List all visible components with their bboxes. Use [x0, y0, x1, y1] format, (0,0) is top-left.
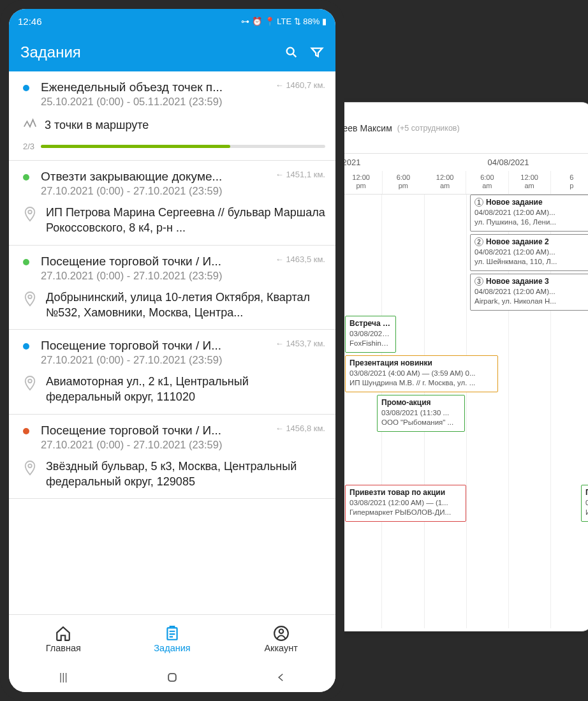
location-pin-icon	[23, 291, 37, 310]
task-location: Добрынинский, улица 10-летия Октября, Кв…	[46, 290, 325, 321]
event-number: 1	[474, 198, 483, 207]
date-label: 04/08/2021	[424, 154, 588, 171]
date-column: 04/08/202112:00am6:00am12:00am6p	[424, 154, 588, 194]
event-title: П	[585, 487, 588, 498]
location-pin-icon	[23, 375, 37, 394]
nav-home[interactable]: Главная	[9, 615, 118, 663]
schedule-event[interactable]: 1Новое задание 04/08/2021 (12:00 AM)... …	[470, 195, 588, 232]
task-location: ИП Петрова Марина Сергеевна // бульвар М…	[46, 205, 325, 236]
task-distance: 1453,7 км.	[276, 339, 325, 348]
status-dot	[23, 428, 29, 434]
task-date-range: 27.10.2021 (0:00) - 27.10.2021 (23:59)	[41, 439, 264, 451]
task-title: Посещение торговой точки / И...	[41, 424, 264, 438]
time-cell: 6:00am	[466, 171, 508, 194]
location-pin-icon	[23, 460, 37, 479]
task-date-range: 27.10.2021 (0:00) - 27.10.2021 (23:59)	[41, 354, 264, 366]
android-back-icon[interactable]	[274, 670, 289, 685]
event-location: FoxFishing ...	[349, 339, 392, 349]
task-distance: 1456,8 км.	[276, 424, 325, 433]
status-dot	[23, 174, 29, 181]
svg-point-4	[28, 295, 32, 299]
status-time: 12:46	[18, 16, 42, 27]
task-item[interactable]: Посещение торговой точки / И... 27.10.20…	[9, 415, 335, 499]
android-recents-icon[interactable]: |||	[55, 670, 71, 685]
task-title: Посещение торговой точки / И...	[41, 255, 264, 269]
schedule-event[interactable]: 2Новое задание 2 04/08/2021 (12:00 AM)..…	[470, 234, 588, 271]
schedule-event[interactable]: П 0 И	[581, 485, 588, 522]
event-date: 04/08/2021 (12:00 AM)...	[474, 287, 587, 297]
event-date: 04/08/2021 (12:00 AM)...	[474, 208, 587, 218]
status-dot	[23, 343, 29, 350]
task-item[interactable]: Посещение торговой точки / И... 27.10.20…	[9, 330, 335, 415]
event-title: 3Новое задание 3	[474, 276, 587, 286]
nav-account-label: Аккаунт	[264, 643, 297, 653]
event-date: 03/08/2021 (4:00 AM) — (3:59 AM) 0...	[349, 369, 494, 379]
schedule-event[interactable]: Встреча с ... 03/08/2021... FoxFishing .…	[345, 316, 396, 353]
task-list[interactable]: Еженедельный объезд точек п... 25.10.202…	[9, 71, 335, 614]
phone-screen: 12:46 ⊶ ⏰ 📍 LTE ⇅ 88% ▮ Задания Еженедел…	[9, 9, 335, 692]
android-home-icon[interactable]	[165, 670, 180, 685]
status-bar: 12:46 ⊶ ⏰ 📍 LTE ⇅ 88% ▮	[9, 9, 335, 33]
event-location: ООО "Рыбомания" ...	[381, 418, 460, 428]
route-icon	[23, 118, 37, 133]
route-text: 3 точки в маршруте	[45, 119, 149, 132]
task-item[interactable]: Еженедельный объезд точек п... 25.10.202…	[9, 71, 335, 161]
event-location: Airpark, ул. Николая Н...	[474, 297, 587, 307]
event-location: ул. Пушкина, 16, Лени...	[474, 218, 587, 228]
task-date-range: 25.10.2021 (0:00) - 05.11.2021 (23:59)	[41, 96, 264, 108]
task-title: Посещение торговой точки / И...	[41, 339, 264, 353]
event-date: 03/08/2021 (11:30 ...	[381, 408, 460, 418]
task-location: Авиамоторная ул., 2 к1, Центральный феде…	[46, 374, 325, 405]
nav-account[interactable]: Аккаунт	[226, 615, 335, 663]
task-title: Еженедельный объезд точек п...	[41, 80, 264, 94]
task-item[interactable]: Посещение торговой точки / И... 27.10.20…	[9, 246, 335, 330]
svg-point-6	[28, 464, 32, 468]
event-title: 2Новое задание 2	[474, 237, 587, 247]
event-date: 04/08/2021 (12:00 AM)...	[474, 247, 587, 258]
schedule-event[interactable]: Привезти товар по акции 03/08/2021 (12:0…	[345, 485, 466, 522]
event-date: 03/08/2021 (12:00 AM) — (1...	[349, 498, 462, 508]
task-location: Звёздный бульвар, 5 к3, Москва, Централь…	[46, 459, 325, 490]
time-cell: 6p	[551, 171, 588, 194]
schedule-event[interactable]: Презентация новинки 03/08/2021 (4:00 AM)…	[345, 355, 498, 392]
page-title: Задания	[20, 43, 273, 61]
android-nav: |||	[9, 663, 335, 692]
filter-icon[interactable]	[310, 45, 324, 59]
status-dot	[23, 259, 29, 265]
nav-tasks-label: Задания	[154, 643, 190, 653]
location-pin-icon	[23, 206, 37, 225]
event-location: ул. Шейнкмана, 110, Л...	[474, 257, 587, 267]
svg-point-5	[28, 380, 32, 383]
event-location: Гипермаркет РЫБОЛОВ-ДИ...	[349, 508, 462, 518]
schedule-event[interactable]: Промо-акция 03/08/2021 (11:30 ... ООО "Р…	[377, 395, 465, 432]
bottom-nav: Главная Задания Аккаунт	[9, 614, 335, 663]
progress-label: 2/3	[23, 142, 34, 151]
event-title: 1Новое задание	[474, 197, 587, 207]
progress-bar	[41, 145, 325, 148]
time-cell: 12:00am	[509, 171, 551, 194]
schedule-event[interactable]: 3Новое задание 3 04/08/2021 (12:00 AM)..…	[470, 274, 588, 311]
event-title: Презентация новинки	[349, 358, 494, 368]
nav-tasks[interactable]: Задания	[118, 615, 227, 663]
user-more: (+5 сотрудников)	[397, 124, 460, 133]
task-distance: 1460,7 км.	[276, 80, 325, 90]
event-date: 0	[585, 498, 588, 508]
event-title: Привезти товар по акции	[349, 487, 462, 498]
task-distance: 1451,1 км.	[276, 170, 325, 179]
event-location: ИП Шундрина М.В. // г. Москва, ул. ...	[349, 378, 494, 388]
task-item[interactable]: Отвезти закрывающие докуме... 27.10.2021…	[9, 161, 335, 246]
event-date: 03/08/2021...	[349, 329, 392, 339]
status-dot	[23, 85, 29, 91]
search-icon[interactable]	[284, 45, 298, 59]
task-date-range: 27.10.2021 (0:00) - 27.10.2021 (23:59)	[41, 270, 264, 282]
event-number: 3	[474, 277, 483, 286]
task-date-range: 27.10.2021 (0:00) - 27.10.2021 (23:59)	[41, 185, 264, 197]
phone-frame: 12:46 ⊶ ⏰ 📍 LTE ⇅ 88% ▮ Задания Еженедел…	[0, 0, 344, 701]
event-title: Встреча с ...	[349, 318, 392, 328]
time-cell: 6:00pm	[383, 171, 424, 194]
svg-point-3	[28, 210, 32, 214]
nav-home-label: Главная	[46, 643, 81, 653]
status-indicators: ⊶ ⏰ 📍 LTE ⇅ 88% ▮	[241, 17, 327, 26]
time-cell: 12:00am	[424, 171, 466, 194]
task-distance: 1463,5 км.	[276, 255, 325, 264]
